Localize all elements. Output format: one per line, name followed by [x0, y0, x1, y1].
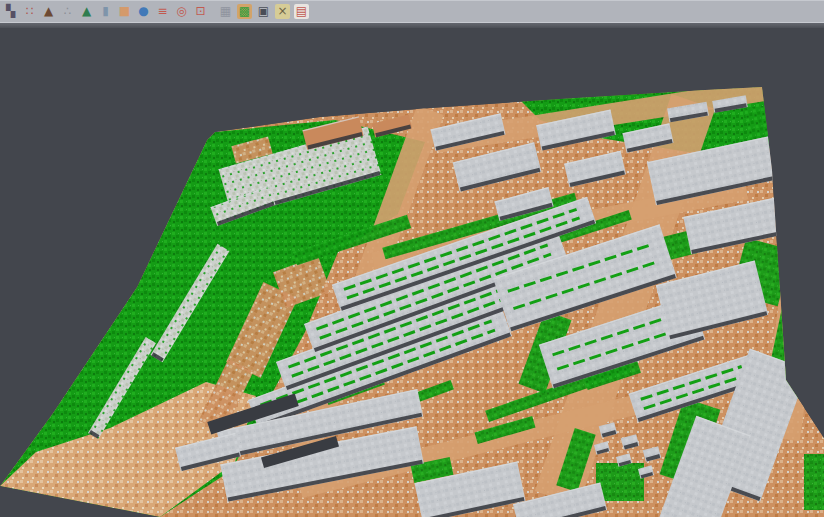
model-viewport[interactable]: [0, 28, 824, 517]
ruler-icon[interactable]: ▤: [294, 4, 309, 19]
extent-icon[interactable]: ⊡: [193, 4, 208, 19]
camera-icon[interactable]: ▣: [256, 4, 271, 19]
solid-model-icon[interactable]: ▮: [98, 4, 113, 19]
texture-icon[interactable]: ■: [117, 4, 132, 19]
disable-icon[interactable]: ×: [275, 4, 290, 19]
grid-view-icon[interactable]: ▦: [218, 4, 233, 19]
point-cloud-icon[interactable]: ∷: [22, 4, 37, 19]
toolbar-group: ▚∷▲∴▲▮■●≡◎⊡: [3, 4, 208, 19]
terrain-icon[interactable]: ▲: [41, 4, 56, 19]
main-toolbar: ▚∷▲∴▲▮■●≡◎⊡▦▩▣×▤: [0, 0, 824, 22]
layers-icon[interactable]: ≡: [155, 4, 170, 19]
application-window: ▚∷▲∴▲▮■●≡◎⊡▦▩▣×▤: [0, 0, 824, 517]
dem-icon[interactable]: ▲: [79, 4, 94, 19]
sparse-cloud-icon[interactable]: ∴: [60, 4, 75, 19]
globe-icon[interactable]: ●: [136, 4, 151, 19]
classification-icon[interactable]: ▩: [237, 4, 252, 19]
target-icon[interactable]: ◎: [174, 4, 189, 19]
toolbar-group: ▦▩▣×▤: [218, 4, 309, 19]
shaded-model-icon[interactable]: ▚: [3, 4, 18, 19]
point-cloud-render: [0, 28, 824, 517]
